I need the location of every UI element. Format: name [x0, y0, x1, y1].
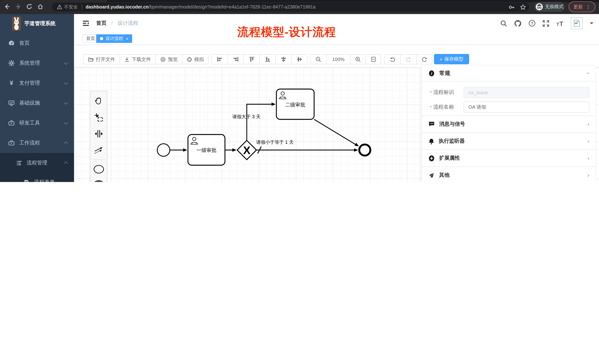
- app-logo[interactable]: 芋道管理系统: [0, 14, 74, 33]
- align-center-vertical-button[interactable]: [291, 55, 307, 64]
- url-host: dashboard.yudao.iocoder.cn: [86, 4, 149, 10]
- tag-design-process[interactable]: 设计流程 ×: [96, 34, 132, 43]
- search-icon[interactable]: [500, 20, 507, 27]
- sidebar-item-payment[interactable]: ¥ 支付管理: [0, 73, 74, 93]
- sidebar-collapse-button[interactable]: [82, 20, 89, 27]
- chevron-right-icon: ›: [587, 172, 589, 178]
- browser-forward-button[interactable]: [15, 3, 22, 11]
- zoom-reset-icon: [370, 57, 376, 62]
- key-icon[interactable]: [508, 4, 515, 10]
- required-asterisk: *: [430, 90, 432, 95]
- bookmark-star-icon[interactable]: [520, 4, 526, 10]
- caret-down-icon[interactable]: [589, 22, 594, 25]
- sidebar-item-home[interactable]: 首页: [0, 33, 74, 53]
- chevron-down-icon: [64, 80, 68, 85]
- process-key-input[interactable]: [464, 87, 589, 98]
- save-model-button[interactable]: + 保存模型: [434, 54, 469, 64]
- task-first-approval[interactable]: 一级审批: [188, 135, 225, 165]
- align-top-button[interactable]: [243, 55, 259, 64]
- sidebar-item-devtools[interactable]: 研发工具: [0, 113, 74, 133]
- task-second-approval[interactable]: 二级审批: [276, 89, 314, 119]
- refresh-button[interactable]: [416, 55, 432, 64]
- zoom-level-value: 100%: [332, 57, 345, 62]
- security-warning-icon: [57, 4, 62, 10]
- form-icon: [23, 179, 30, 182]
- tag-close-icon[interactable]: ×: [126, 36, 128, 41]
- zoom-button-group: 100%: [310, 54, 381, 64]
- paper-plane-icon: [428, 172, 435, 178]
- avatar[interactable]: [571, 17, 583, 29]
- simulate-label: 模拟: [194, 56, 204, 63]
- panel-section-listeners[interactable]: 执行监听器 ›: [422, 133, 595, 150]
- browser-reload-button[interactable]: [26, 3, 33, 11]
- start-event[interactable]: [157, 144, 170, 156]
- plus-circle-icon: [428, 155, 435, 161]
- fullscreen-icon[interactable]: [542, 20, 549, 27]
- align-center-vertical-icon: [297, 57, 302, 62]
- help-icon[interactable]: ?: [528, 20, 536, 27]
- align-left-icon: [217, 57, 222, 62]
- chevron-right-icon: ›: [587, 155, 589, 161]
- preview-label: 预览: [168, 56, 178, 63]
- panel-section-extensions[interactable]: 扩展属性 ›: [422, 150, 595, 167]
- browser-tabstrip: [0, 0, 599, 2]
- sidebar-item-system[interactable]: 系统管理: [0, 53, 74, 73]
- panel-section-general[interactable]: i 常规 ›: [422, 65, 595, 82]
- flow-gateway-to-task2[interactable]: [247, 104, 272, 140]
- end-event[interactable]: [359, 144, 370, 156]
- align-bottom-button[interactable]: [259, 55, 275, 64]
- panel-section-other[interactable]: 其他 ›: [422, 167, 595, 182]
- toolbox-icon: [8, 120, 15, 126]
- redo-icon: [405, 57, 411, 62]
- panel-section-title: 常规: [439, 70, 450, 77]
- browser-update-button[interactable]: 更新 ⋮: [569, 1, 595, 12]
- download-file-label: 下载文件: [132, 56, 151, 63]
- panel-section-title: 其他: [439, 172, 449, 178]
- panel-section-messages[interactable]: 消息与信号 ›: [422, 116, 595, 133]
- github-icon[interactable]: [514, 19, 522, 27]
- file-button-group: 打开文件 下载文件 预览 模拟: [83, 54, 209, 64]
- browser-back-button[interactable]: [4, 3, 11, 11]
- align-right-button[interactable]: [228, 55, 243, 64]
- general-fields: * 流程标识 * 流程名称: [422, 82, 595, 116]
- browser-home-button[interactable]: [37, 3, 44, 11]
- exclusive-gateway[interactable]: X: [237, 140, 256, 160]
- zoom-reset-button[interactable]: [366, 55, 381, 64]
- panel-section-title: 消息与信号: [439, 121, 465, 127]
- align-center-horizontal-button[interactable]: [275, 55, 291, 64]
- download-file-button[interactable]: 下载文件: [120, 55, 155, 64]
- breadcrumb-home[interactable]: 首页: [96, 20, 106, 26]
- simulate-button[interactable]: 模拟: [182, 55, 208, 64]
- font-size-icon[interactable]: TT: [556, 20, 564, 27]
- open-file-button[interactable]: 打开文件: [84, 55, 120, 64]
- preview-button[interactable]: 预览: [155, 55, 182, 64]
- process-name-field: * 流程名称: [422, 102, 595, 113]
- zoom-in-button[interactable]: [350, 55, 366, 64]
- browser-address-bar[interactable]: 不安全 dashboard.yudao.iocoder.cn/bpm/manag…: [52, 3, 529, 11]
- tag-label: 首页: [86, 35, 95, 42]
- flow-task2-to-end[interactable]: [314, 119, 356, 144]
- zoom-out-button[interactable]: [310, 55, 326, 64]
- sidebar-item-process-mgmt[interactable]: 流程管理: [0, 153, 74, 173]
- security-label[interactable]: 不安全: [64, 4, 78, 10]
- sidebar-item-infra[interactable]: 基础设施: [0, 93, 74, 113]
- process-key-label: 流程标识: [433, 89, 460, 96]
- incognito-label: 无痕模式: [545, 4, 564, 10]
- list-icon: [16, 160, 22, 166]
- redo-button[interactable]: [400, 55, 416, 64]
- broken-image-icon: [573, 20, 580, 27]
- zoom-level[interactable]: 100%: [326, 55, 350, 64]
- chevron-down-icon: ›: [585, 72, 592, 74]
- zoom-in-icon: [355, 57, 361, 62]
- sidebar-item-workflow[interactable]: 工作流程: [0, 133, 74, 153]
- panel-section-title: 扩展属性: [439, 155, 460, 161]
- gateway-x-symbol: X: [243, 144, 250, 156]
- sidebar-item-process-form[interactable]: 流程表单: [0, 173, 74, 182]
- process-name-input[interactable]: [464, 102, 589, 113]
- align-left-button[interactable]: [212, 55, 228, 64]
- message-icon: [428, 121, 435, 127]
- undo-button[interactable]: [384, 55, 400, 64]
- download-icon: [124, 57, 130, 62]
- browser-tab[interactable]: [0, 0, 107, 2]
- kebab-menu-icon[interactable]: ⋮: [586, 4, 591, 10]
